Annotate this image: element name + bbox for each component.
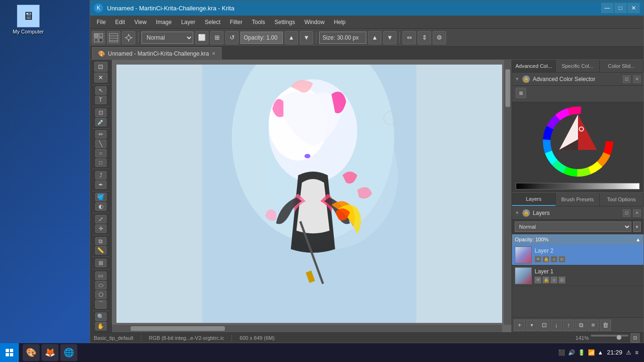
menu-filter[interactable]: Filter <box>225 17 248 27</box>
zoom-slider-container[interactable] <box>591 335 628 341</box>
ellipse-tool[interactable]: ○ <box>95 149 107 157</box>
fill-tool[interactable]: 🪣 <box>95 193 107 201</box>
pattern-btn[interactable]: ⊞ <box>95 259 107 267</box>
zoom-slider[interactable] <box>591 335 628 337</box>
layer-1-alpha-icon[interactable]: α <box>551 277 557 283</box>
gradient-tool[interactable]: ◐ <box>95 202 107 211</box>
tool-options-tab[interactable]: Tool Options <box>600 193 644 206</box>
group-layer-btn[interactable]: ⊡ <box>538 320 550 331</box>
text-tool[interactable]: T <box>95 96 107 104</box>
document-tab[interactable]: 🎨 Unnamed - MartinCi-Krita-Challenge.kra… <box>92 47 222 59</box>
panel-float-btn[interactable]: ⊡ <box>623 75 630 83</box>
layer-blend-mode[interactable]: Normal Multiply Screen <box>515 222 631 232</box>
settings-btn[interactable]: ⚙ <box>433 31 446 44</box>
opacity-control[interactable]: Opacity: 1.00 <box>240 32 283 44</box>
maximize-button[interactable]: □ <box>614 3 627 13</box>
size-down-btn[interactable]: ▼ <box>383 31 396 44</box>
color-value-strip[interactable] <box>516 183 640 189</box>
select-freehand-tool[interactable]: ⌒ <box>95 300 107 309</box>
my-computer-icon[interactable]: 🖥 My Computer <box>9 5 47 34</box>
clone-tool[interactable]: ⧉ <box>95 237 107 246</box>
canvas-area[interactable] <box>112 60 512 332</box>
move-up-btn[interactable]: ↑ <box>563 320 574 331</box>
pan-tool[interactable]: ✋ <box>95 322 107 330</box>
specific-color-tab[interactable]: Specific Col... <box>556 60 600 72</box>
select-rect-tool[interactable]: ▭ <box>95 272 107 280</box>
tab-close-button[interactable]: ✕ <box>212 51 215 56</box>
collapse-arrow[interactable]: ▼ <box>515 76 520 82</box>
horizontal-scrollbar-thumb[interactable] <box>131 326 225 331</box>
layer-item-1[interactable]: Layer 1 👁 🔒 α ⊞ <box>512 265 644 286</box>
move-down-btn[interactable]: ↓ <box>551 320 562 331</box>
brush-tool[interactable]: ✏ <box>95 130 107 139</box>
menu-file[interactable]: File <box>92 17 110 27</box>
taskbar-volume-icon[interactable]: 🔊 <box>568 349 575 356</box>
color-layout-btn[interactable]: ⊞ <box>516 88 526 98</box>
layer-opacity-scroll[interactable]: ▲ <box>636 237 641 242</box>
taskbar-wifi-icon[interactable]: 📶 <box>588 349 595 356</box>
panel-close-btn[interactable]: ✕ <box>633 75 641 83</box>
menu-window[interactable]: Window <box>300 17 330 27</box>
menu-view[interactable]: View <box>130 17 151 27</box>
rect-tool[interactable]: □ <box>95 158 107 167</box>
brush-presets-tab[interactable]: Brush Presets <box>556 193 600 206</box>
add-layer-arrow-btn[interactable]: ▼ <box>526 320 537 331</box>
dock-toggle-btn[interactable]: ⊡ <box>94 62 107 72</box>
undock-btn[interactable]: ✕ <box>94 73 107 82</box>
reset-btn[interactable]: ↺ <box>225 31 239 44</box>
mirror-h-btn[interactable]: ⇔ <box>403 31 416 44</box>
color-wheel-container[interactable] <box>512 102 644 183</box>
taskbar-krita-app[interactable]: 🎨 <box>23 344 40 361</box>
color-slider-tab[interactable]: Color Slid... <box>600 60 644 72</box>
layer-1-visibility-icon[interactable]: 👁 <box>535 277 541 283</box>
delete-layer-btn[interactable]: 🗑 <box>600 320 611 331</box>
crop-tool[interactable]: ⊡ <box>95 108 107 117</box>
menu-help[interactable]: Help <box>329 17 350 27</box>
opacity-up-btn[interactable]: ▲ <box>285 31 298 44</box>
opacity-down-btn[interactable]: ▼ <box>300 31 313 44</box>
advanced-color-tab[interactable]: Advanced Col... <box>512 60 556 72</box>
layers-tab[interactable]: Layers <box>512 193 556 206</box>
zoom-tool[interactable]: 🔍 <box>95 313 107 321</box>
add-layer-btn[interactable]: + <box>514 320 525 331</box>
menu-settings[interactable]: Settings <box>270 17 299 27</box>
color-wheel[interactable] <box>536 106 620 179</box>
zoom-thumb[interactable] <box>617 335 621 340</box>
layers-collapse-arrow[interactable]: ▼ <box>515 210 520 215</box>
blend-mode-select[interactable]: Normal Multiply Screen Overlay <box>141 32 193 44</box>
eraser-btn[interactable]: ⬜ <box>195 31 208 44</box>
layer-1-inherit-icon[interactable]: ⊞ <box>559 277 565 283</box>
layer-2-lock-icon[interactable]: 🔒 <box>543 256 549 263</box>
start-button[interactable] <box>0 343 19 362</box>
layer-item-2[interactable]: Layer 2 👁 🔒 α ⊞ <box>512 245 644 265</box>
menu-tools[interactable]: Tools <box>247 17 270 27</box>
brush-preset-btn[interactable] <box>92 31 105 44</box>
taskbar-battery-icon[interactable]: 🔋 <box>578 349 585 356</box>
layer-2-visibility-icon[interactable]: 👁 <box>535 256 541 263</box>
duplicate-layer-btn[interactable]: ⧉ <box>575 320 586 331</box>
transform-tool[interactable]: ⤢ <box>95 215 107 223</box>
horizontal-scrollbar[interactable] <box>112 325 502 332</box>
layer-1-lock-icon[interactable]: 🔒 <box>543 277 549 283</box>
path-tool[interactable]: ⤴ <box>95 171 107 180</box>
layer-2-inherit-icon[interactable]: ⊞ <box>559 256 565 263</box>
menu-edit[interactable]: Edit <box>110 17 130 27</box>
size-up-btn[interactable]: ▲ <box>368 31 381 44</box>
size-control[interactable]: Size: 30.00 px <box>319 32 366 44</box>
tool-options-btn[interactable] <box>122 31 135 44</box>
menu-layer[interactable]: Layer <box>176 17 200 27</box>
menu-select[interactable]: Select <box>200 17 225 27</box>
layer-2-alpha-icon[interactable]: α <box>551 256 557 263</box>
menu-image[interactable]: Image <box>151 17 176 27</box>
taskbar-alert-icon[interactable]: ⚠ <box>626 349 631 356</box>
zoom-control[interactable]: 141% ⊡ <box>576 333 640 343</box>
calligraphy-tool[interactable]: ✒ <box>95 181 107 189</box>
zoom-fit-btn[interactable]: ⊡ <box>630 333 640 343</box>
vertical-scrollbar-thumb[interactable] <box>505 69 510 107</box>
taskbar-arrow-icon[interactable]: ▲ <box>598 349 603 356</box>
close-button[interactable]: ✕ <box>627 3 640 13</box>
minimize-button[interactable]: — <box>601 3 613 13</box>
layer-expand-btn[interactable]: ▼ <box>633 222 641 232</box>
taskbar-terminal-icon[interactable]: ⬛ <box>558 349 565 356</box>
taskbar-browser-app[interactable]: 🌐 <box>60 344 77 361</box>
